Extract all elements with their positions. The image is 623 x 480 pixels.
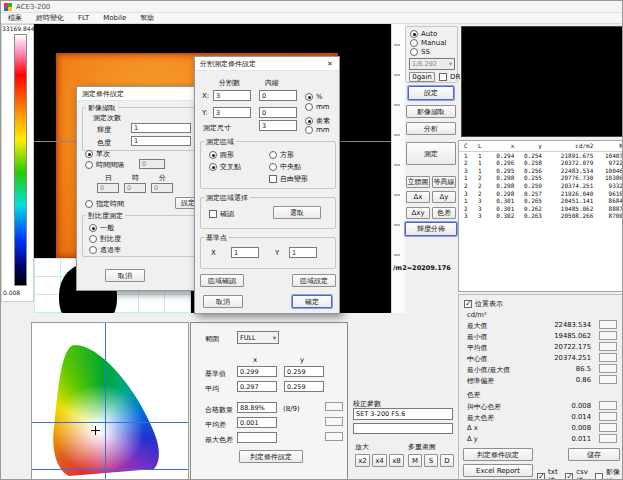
stat-box[interactable] — [599, 423, 617, 432]
day-field[interactable]: 0 — [97, 183, 119, 193]
reference-y-field[interactable]: 0.259 — [284, 366, 324, 377]
circle-radio[interactable]: 圓形 — [209, 150, 234, 160]
contrast-radio[interactable]: 對比度 — [89, 234, 121, 244]
avg-diff-box[interactable] — [325, 417, 343, 426]
measure-button[interactable]: 測定 — [406, 142, 456, 165]
radio-manual[interactable]: Manual — [410, 39, 446, 47]
radio-auto-icon[interactable] — [410, 30, 418, 38]
free-transform-checkbox-icon[interactable] — [269, 175, 277, 183]
stat-box[interactable] — [599, 412, 617, 421]
centerpoint-radio[interactable]: 中央點 — [269, 162, 301, 172]
y-division-field[interactable]: 3 — [213, 107, 251, 118]
camera-preview[interactable] — [461, 26, 623, 137]
confirm-checkbox-icon[interactable] — [209, 210, 217, 218]
average-x-field[interactable]: 0.297 — [237, 381, 277, 392]
menu-item[interactable]: FLT — [71, 14, 96, 22]
pass-count-box[interactable] — [325, 402, 343, 411]
stat-box[interactable] — [599, 375, 617, 384]
table-row[interactable]: 320.2980.25721926.0409616 — [459, 190, 623, 198]
gain-button[interactable]: 0gain — [409, 72, 435, 82]
hour-field[interactable]: 0 — [124, 183, 146, 193]
menu-item[interactable]: 經時變化 — [29, 13, 71, 23]
analyze-button[interactable]: 分析 — [406, 122, 456, 135]
split-dialog-title[interactable]: 分割測定條件設定 — [195, 57, 339, 71]
close-icon[interactable]: ✕ — [323, 59, 337, 69]
luminance-distribution-button[interactable]: 輝度分佈 — [405, 222, 457, 236]
range-select[interactable]: FULL ▾ — [237, 331, 279, 344]
table-row[interactable]: 210.2960.25820372.0799722 — [459, 159, 623, 167]
zoom-x8-button[interactable]: x8 — [389, 454, 404, 467]
pass-count-field[interactable]: 88.89% — [237, 402, 277, 413]
general-radio-icon[interactable] — [89, 224, 97, 232]
file-option-checkbox-icon[interactable] — [595, 473, 603, 480]
unit-percent-radio-icon[interactable] — [305, 93, 313, 101]
table-row[interactable]: 330.3020.26320508.2668700 — [459, 212, 623, 220]
position-display-checkbox-icon[interactable] — [464, 300, 472, 308]
radio-auto[interactable]: Auto — [410, 30, 437, 38]
luminance-count-field[interactable]: 1 — [131, 123, 191, 133]
zoom-x4-button[interactable]: x4 — [372, 454, 387, 467]
stat-box[interactable] — [599, 320, 617, 329]
multiscreen-M-button[interactable]: M — [408, 454, 422, 467]
stat-box[interactable] — [599, 364, 617, 373]
specified-time-radio-icon[interactable] — [85, 200, 93, 208]
general-radio[interactable]: 一般 — [89, 223, 114, 233]
contour-button[interactable]: 等高線 — [432, 176, 456, 188]
stereo-button[interactable]: 立體圖 — [406, 176, 430, 188]
calibration-value-field[interactable]: SET 3-200 F5.6 — [353, 408, 453, 420]
chroma-count-field[interactable]: 1 — [131, 136, 191, 146]
interval-field[interactable]: 0 — [139, 159, 165, 169]
multiscreen-S-button[interactable]: S — [424, 454, 438, 467]
size-pixel-radio-icon[interactable] — [305, 117, 313, 125]
unit-mm-radio[interactable]: mm — [305, 103, 330, 111]
area-confirm-button[interactable]: 區域確認 — [200, 274, 244, 287]
base-y-field[interactable]: 1 — [289, 247, 317, 258]
square-radio-icon[interactable] — [269, 151, 277, 159]
save-button[interactable]: 儲存 — [568, 448, 620, 461]
max-colordiff-field[interactable] — [237, 432, 277, 443]
excel-report-button[interactable]: Excel Report — [463, 464, 533, 477]
single-radio[interactable]: 單次 — [85, 149, 110, 159]
size-mm-radio[interactable]: mm — [305, 126, 330, 134]
zoom-x2-button[interactable]: x2 — [355, 454, 370, 467]
delta-xy-button[interactable]: Δxy — [406, 207, 430, 219]
size-mm-radio-icon[interactable] — [305, 126, 313, 134]
file-option-checkbox-icon[interactable] — [565, 473, 573, 480]
size-field[interactable]: 3 — [259, 120, 297, 131]
stat-box[interactable] — [599, 342, 617, 351]
file-option[interactable]: txt檔 — [537, 467, 561, 480]
shutter-select[interactable]: 1/8.292 ▾ — [409, 58, 455, 70]
minute-field[interactable]: 0 — [151, 183, 173, 193]
average-y-field[interactable]: 0.259 — [284, 381, 324, 392]
free-transform-checkbox[interactable]: 自由變形 — [269, 174, 308, 184]
contrast-radio-icon[interactable] — [89, 235, 97, 243]
circle-radio-icon[interactable] — [209, 151, 217, 159]
interval-radio[interactable]: 時間間隔 — [85, 160, 124, 170]
calibration-extra-field[interactable] — [353, 423, 453, 434]
delta-x-button[interactable]: Δx — [406, 191, 430, 203]
x-inset-field[interactable]: 0 — [259, 90, 297, 101]
menu-item[interactable]: 檔案 — [1, 13, 29, 23]
color-diff-button[interactable]: 色差 — [432, 207, 456, 219]
stat-box[interactable] — [599, 353, 617, 362]
delta-y-button[interactable]: Δy — [432, 191, 456, 203]
capture-button[interactable]: 影像擷取 — [406, 105, 456, 118]
measurement-table[interactable]: CLxycd/m2K 110.2940.25421891.67510407210… — [458, 140, 623, 292]
confirm-checkbox[interactable]: 確認 — [209, 209, 234, 219]
radio-manual-icon[interactable] — [410, 39, 418, 47]
judge-condition-button[interactable]: 判定條件設定 — [463, 448, 533, 461]
reference-x-field[interactable]: 0.299 — [237, 366, 277, 377]
area-set-button[interactable]: 區域設定 — [292, 274, 336, 287]
radio-ss-icon[interactable] — [410, 48, 418, 56]
dr-checkbox-icon[interactable] — [439, 73, 447, 81]
radio-ss[interactable]: SS — [410, 48, 430, 56]
table-row[interactable]: 120.2980.25520776.73010386 — [459, 174, 623, 182]
judge-condition-button-2[interactable]: 判定條件設定 — [239, 450, 303, 463]
stat-box[interactable] — [599, 401, 617, 410]
specified-time-radio[interactable]: 指定時間 — [85, 199, 124, 209]
dr-checkbox[interactable]: DR — [439, 73, 460, 81]
measure-dialog-cancel-button[interactable]: 取消 — [105, 269, 145, 282]
position-display-checkbox[interactable]: 位置表示 — [464, 299, 503, 309]
transmit-radio-icon[interactable] — [89, 246, 97, 254]
menu-item[interactable]: 幫助 — [133, 13, 161, 23]
